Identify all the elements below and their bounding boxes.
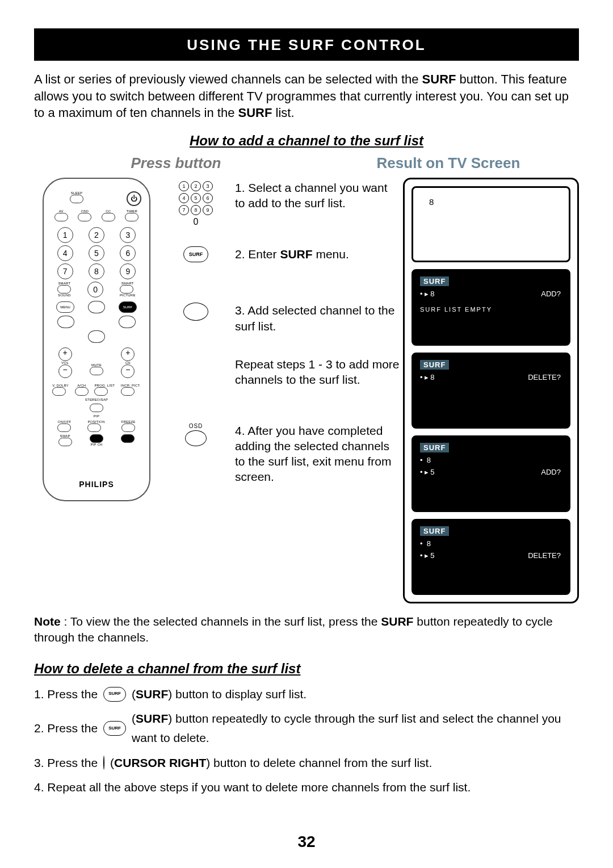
tv-result-1: 8 <box>412 186 570 262</box>
delete-heading: How to delete a channel from the surf li… <box>34 661 579 677</box>
osd-button-icon: OSD <box>159 400 233 497</box>
tv-result-2: SURF • 8ADD? SURF LIST EMPTY <box>412 269 570 345</box>
intro-paragraph: A list or series of previously viewed ch… <box>34 71 579 121</box>
add-heading: How to add a channel to the surf list <box>34 133 579 149</box>
cursor-right-icon <box>103 756 104 770</box>
page-title: USING THE SURF CONTROL <box>34 28 579 61</box>
remote-control-illustration: SLEEP ⏻ AV OSD CC TIMER 123 456 789 SMAR… <box>43 178 150 501</box>
step-1-text: 1. Select a channel you want to add to t… <box>233 178 403 227</box>
tv-result-5: SURF • 8 • 5DELETE? <box>412 519 570 595</box>
power-icon: ⏻ <box>127 191 141 206</box>
delete-steps: 1. Press the SURF (SURF) button to displ… <box>34 685 579 797</box>
tv-screen-results: 8 SURF • 8ADD? SURF LIST EMPTY SURF • 8D… <box>403 178 579 603</box>
philips-logo: PHILIPS <box>44 480 149 489</box>
page-number: 32 <box>0 833 613 851</box>
surf-button-icon: SURF <box>103 721 126 736</box>
keypad-icon: 123 456 789 0 <box>159 178 233 227</box>
result-header: Result on TV Screen <box>318 154 579 172</box>
note-paragraph: Note : To view the the selected channels… <box>34 614 579 646</box>
tv-result-3: SURF • 8DELETE? <box>412 353 570 429</box>
step-3-text: 3. Add selected channel to the surf list… <box>233 274 403 400</box>
press-button-header: Press button <box>34 154 318 172</box>
cursor-right-icon <box>159 274 233 400</box>
step-4-text: 4. After you have completed adding the s… <box>233 400 403 497</box>
tv-result-4: SURF • 8 • 5ADD? <box>412 435 570 511</box>
column-headers: Press button Result on TV Screen <box>34 154 579 172</box>
surf-button-icon: SURF <box>159 227 233 274</box>
surf-button-icon: SURF <box>103 687 126 702</box>
step-2-text: 2. Enter SURF menu. <box>233 227 403 274</box>
